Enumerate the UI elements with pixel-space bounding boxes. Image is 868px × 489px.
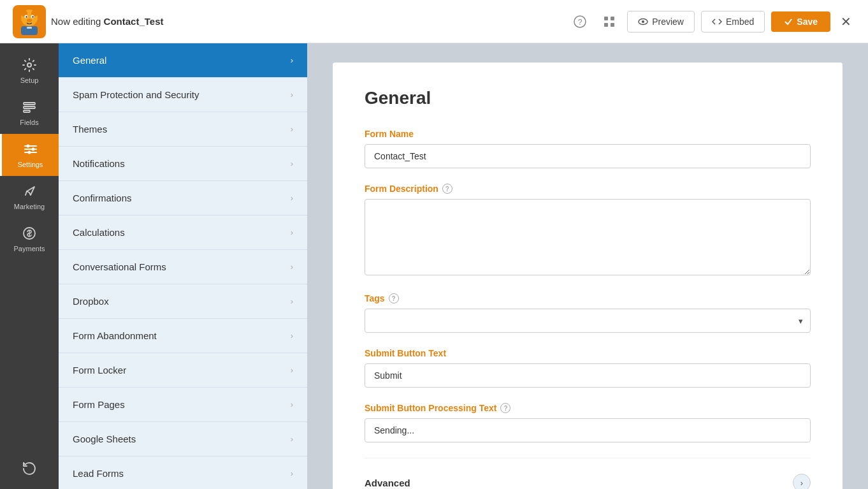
chevron-icon: › [291, 296, 293, 306]
nav-item-general[interactable]: General › [59, 43, 307, 78]
nav-item-form-locker[interactable]: Form Locker › [59, 353, 307, 388]
content-area: General Form Name Form Description ? T [307, 43, 868, 489]
fields-icon [22, 99, 37, 115]
svg-line-29 [25, 191, 27, 195]
sidebar-item-settings-label: Settings [18, 161, 43, 168]
advanced-section: Advanced › [365, 458, 811, 489]
settings-icon [23, 142, 38, 157]
form-description-textarea[interactable] [365, 199, 811, 275]
svg-text:?: ? [578, 18, 582, 27]
svg-rect-13 [604, 17, 608, 20]
svg-point-18 [642, 20, 644, 23]
svg-rect-15 [604, 23, 608, 27]
svg-point-7 [32, 16, 33, 17]
nav-item-conversational-forms[interactable]: Conversational Forms › [59, 250, 307, 284]
chevron-icon: › [291, 159, 293, 168]
embed-button[interactable]: Embed [701, 11, 765, 33]
sidebar-item-setup-label: Setup [20, 77, 39, 84]
nav-sidebar: General › Spam Protection and Security ›… [59, 43, 307, 489]
save-button[interactable]: Save [771, 11, 830, 32]
topbar: Now editing Contact_Test ? Preview [0, 0, 868, 43]
svg-point-28 [27, 151, 31, 154]
sidebar-item-payments[interactable]: Payments [0, 218, 59, 260]
advanced-label: Advanced [365, 478, 410, 488]
sidebar-item-settings[interactable]: Settings [0, 134, 59, 176]
advanced-expand-icon[interactable]: › [793, 474, 811, 489]
sidebar-item-marketing[interactable]: Marketing [0, 176, 59, 218]
nav-item-dropbox[interactable]: Dropbox › [59, 284, 307, 319]
sidebar-item-fields-label: Fields [20, 119, 38, 126]
tags-help-icon[interactable]: ? [389, 293, 399, 303]
content-panel: General Form Name Form Description ? T [333, 62, 843, 489]
chevron-icon: › [291, 90, 293, 99]
nav-item-form-pages[interactable]: Form Pages › [59, 388, 307, 422]
form-description-group: Form Description ? [365, 184, 811, 278]
chevron-icon: › [291, 193, 293, 203]
chevron-icon: › [291, 228, 293, 237]
payments-icon [22, 226, 37, 241]
svg-rect-21 [24, 106, 35, 108]
tags-label: Tags ? [365, 293, 811, 303]
sidebar-item-setup[interactable]: Setup [0, 50, 59, 92]
sidebar-item-payments-label: Payments [14, 245, 45, 252]
form-description-help-icon[interactable]: ? [442, 184, 452, 194]
checkmark-icon [784, 17, 793, 26]
tags-group: Tags ? ▾ [365, 293, 811, 333]
chevron-icon: › [291, 124, 293, 134]
submit-processing-help-icon[interactable]: ? [500, 403, 510, 413]
svg-rect-10 [27, 27, 32, 29]
form-description-label: Form Description ? [365, 184, 811, 194]
code-icon [712, 17, 722, 27]
help-button[interactable]: ? [568, 11, 591, 32]
nav-item-lead-forms[interactable]: Lead Forms › [59, 456, 307, 489]
form-name-input[interactable] [365, 144, 811, 168]
grid-button[interactable] [598, 11, 621, 32]
submit-button-text-group: Submit Button Text [365, 348, 811, 388]
preview-button[interactable]: Preview [627, 11, 695, 33]
svg-point-6 [25, 16, 27, 17]
topbar-title: Now editing Contact_Test [51, 16, 163, 27]
chevron-icon: › [291, 55, 293, 65]
chevron-icon: › [291, 365, 293, 375]
svg-point-19 [27, 63, 31, 67]
nav-item-calculations[interactable]: Calculations › [59, 215, 307, 250]
nav-item-notifications[interactable]: Notifications › [59, 147, 307, 181]
chevron-icon: › [291, 469, 293, 478]
svg-rect-20 [24, 103, 35, 105]
setup-icon [22, 57, 37, 73]
submit-processing-text-group: Submit Button Processing Text ? [365, 403, 811, 442]
nav-item-form-abandonment[interactable]: Form Abandonment › [59, 319, 307, 353]
main-layout: Setup Fields Settings [0, 43, 868, 489]
form-name-group: Form Name [365, 129, 811, 168]
submit-button-text-label: Submit Button Text [365, 348, 811, 358]
sidebar-item-revisions[interactable] [0, 453, 59, 489]
revisions-icon [22, 461, 37, 476]
nav-item-confirmations[interactable]: Confirmations › [59, 181, 307, 215]
tags-select[interactable] [365, 309, 811, 333]
submit-processing-text-input[interactable] [365, 418, 811, 442]
close-button[interactable]: ✕ [837, 10, 855, 33]
chevron-icon: › [291, 331, 293, 340]
svg-point-27 [31, 148, 34, 151]
sidebar-item-fields[interactable]: Fields [0, 92, 59, 134]
chevron-icon: › [291, 262, 293, 272]
chevron-icon: › [291, 400, 293, 409]
sidebar-item-marketing-label: Marketing [14, 203, 45, 210]
svg-rect-16 [611, 23, 614, 27]
svg-rect-14 [611, 17, 614, 20]
page-title: General [365, 88, 811, 108]
svg-point-8 [27, 18, 32, 22]
icon-sidebar: Setup Fields Settings [0, 43, 59, 489]
submit-button-text-input[interactable] [365, 363, 811, 388]
app-logo [13, 5, 46, 38]
nav-item-spam-protection[interactable]: Spam Protection and Security › [59, 78, 307, 112]
svg-point-26 [26, 145, 29, 148]
topbar-right: ? Preview Embed [568, 10, 855, 33]
tags-select-wrap: ▾ [365, 309, 811, 333]
grid-icon [603, 15, 616, 28]
nav-item-google-sheets[interactable]: Google Sheets › [59, 422, 307, 456]
svg-rect-22 [24, 110, 30, 112]
nav-item-themes[interactable]: Themes › [59, 112, 307, 147]
marketing-icon [22, 184, 37, 199]
form-name-label: Form Name [365, 129, 811, 139]
